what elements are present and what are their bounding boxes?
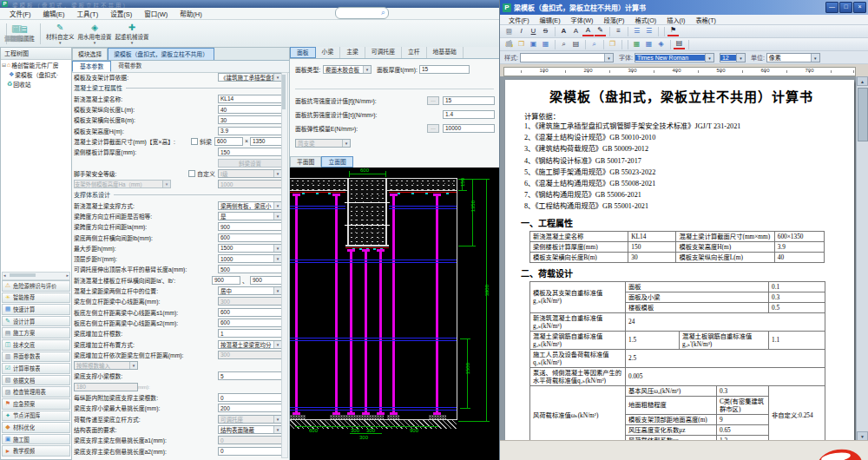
side-button[interactable]: ☑ 计算审核表 [2, 363, 70, 374]
format-toolbar-icon[interactable]: U [528, 26, 539, 36]
doc-menu-item[interactable]: 编辑(E) [535, 16, 566, 24]
format-toolbar-icon[interactable]: ≡ [613, 26, 624, 36]
component-tab[interactable]: 面板 [290, 47, 316, 58]
field-input[interactable]: 1▾ [218, 329, 282, 338]
standard-toolbar-icon[interactable] [688, 40, 689, 49]
doc-vertical-scrollbar[interactable]: ▲ ▼ [856, 76, 868, 441]
param-tab[interactable]: 基本参数 [72, 61, 111, 72]
format-toolbar-icon[interactable]: ☰ [643, 26, 654, 36]
doc-menu-item[interactable]: 插入(I) [661, 16, 690, 24]
field-input[interactable]: 是▾ [218, 212, 282, 220]
format-toolbar-icon[interactable]: ☰ [631, 26, 642, 36]
tree-expander-icon[interactable]: ⊟ [1, 62, 7, 68]
module-tab[interactable]: 梁模板（盘扣式，梁板立柱不共用） [108, 48, 214, 60]
bending-strength-input[interactable]: 15 [443, 96, 495, 105]
standard-toolbar-icon[interactable] [670, 40, 671, 49]
field-input[interactable]: 600▾ [218, 233, 282, 242]
field-input-2[interactable]: 900 [250, 276, 282, 285]
doc-menu-item[interactable]: 表格(T) [690, 16, 721, 24]
field-input[interactable]: 1500▾ [218, 244, 282, 253]
tree-horizontal-scrollbar[interactable]: ◂ ▸ [2, 272, 70, 280]
format-toolbar-icon[interactable]: ⚑ [667, 26, 679, 36]
standard-toolbar-icon[interactable] [585, 40, 586, 49]
side-button[interactable]: ▨ 检查管理用表 [2, 386, 70, 398]
scroll-left-icon[interactable]: ◂ [3, 273, 6, 279]
side-button[interactable]: ⚠ 危险源辨识与评价 [2, 280, 70, 292]
field-input[interactable]: 600▾ [214, 137, 243, 146]
toolbar-button[interactable]: ✎ 材料自定义 ▾ [46, 23, 75, 44]
format-toolbar-icon[interactable] [609, 27, 610, 36]
field-input[interactable]: 可调托座▾ [218, 415, 282, 424]
standard-toolbar-icon[interactable] [603, 40, 604, 49]
menu-item[interactable]: 窗口(W) [138, 9, 174, 18]
side-button[interactable]: ▥ 界面参数表 [2, 352, 70, 363]
field-checkbox[interactable]: 自定义 [188, 169, 215, 178]
doc-menu-item[interactable]: 段落(P) [598, 16, 629, 24]
side-button[interactable]: ✎ 设计计算 [2, 316, 70, 327]
font-size-select[interactable]: 12▾ [720, 53, 746, 62]
panel-type-select[interactable]: 覆面木胶合板▾ [323, 65, 372, 74]
toolbar-button[interactable]: ❏ 调取默认值 [4, 24, 33, 43]
menu-item[interactable]: 帮助(H) [174, 9, 207, 18]
standard-toolbar-icon[interactable]: ⌕ [589, 39, 600, 49]
menu-item[interactable]: 设置(S) [104, 9, 138, 18]
scrollbar-thumb[interactable] [282, 75, 286, 109]
standard-toolbar-icon[interactable]: ◈ [655, 39, 667, 49]
standard-toolbar-icon[interactable]: ▦ [540, 39, 551, 49]
side-button[interactable]: ▤ 施工方案 [2, 327, 70, 338]
standard-toolbar-icon[interactable]: ▦ [631, 39, 642, 49]
side-button[interactable]: ► 教学视频 [2, 445, 70, 457]
standard-toolbar-icon[interactable]: □ [503, 39, 515, 49]
panel-thickness-input[interactable]: 15 [419, 65, 470, 74]
field-input[interactable]: 180▾ [74, 383, 138, 391]
module-tab[interactable]: 模块选择 [72, 48, 108, 60]
toolbar-button[interactable]: ◈ 用水用电设置 ▾ [78, 23, 112, 44]
field-input[interactable]: 300▾ [218, 351, 282, 359]
search-input[interactable]: ⌕ [335, 7, 389, 19]
field-input[interactable]: 300▾ [218, 297, 282, 306]
cad-elevation-view[interactable]: 600 150 1350 3900 1500 600 300 300 900 3… [290, 168, 499, 460]
field-input[interactable]: 按照根数输入▾ [74, 361, 138, 370]
side-button[interactable]: ⚑ 应急预案 [2, 398, 70, 410]
standard-toolbar-icon[interactable]: ❐ [607, 39, 618, 49]
scroll-right-icon[interactable]: ▸ [66, 273, 69, 279]
field-input[interactable]: 0▾ [218, 447, 282, 456]
format-toolbar-icon[interactable] [664, 27, 665, 36]
font-select[interactable]: Times New Roman▾ [635, 53, 714, 62]
doc-menu-item[interactable]: 字体(W) [566, 16, 599, 24]
field-label-select[interactable]: 支架外侧模板高度Ha（mm）▾ [74, 180, 171, 188]
menu-item[interactable]: 编辑(E) [37, 9, 71, 18]
component-tab[interactable]: 可调托座 [365, 47, 402, 58]
elastic-modulus-input[interactable]: 10000 [443, 124, 495, 133]
field-input[interactable]: 900▾ [212, 276, 240, 285]
component-tab[interactable]: 立杆 [402, 47, 427, 58]
format-toolbar-icon[interactable] [555, 27, 556, 36]
field-input-2[interactable]: 1350 [250, 137, 282, 146]
field-input[interactable]: 按混凝土梁梁宽均分▾ [218, 340, 282, 349]
field-input[interactable]: 150▾ [218, 148, 282, 156]
scroll-up-icon[interactable]: ▲ [857, 76, 868, 86]
field-input[interactable]: 900▾ [218, 222, 282, 231]
standard-toolbar-icon[interactable]: ⌕ [558, 39, 569, 49]
field-input[interactable]: 结构表面隐蔽▾ [218, 425, 282, 434]
more-button[interactable]: … [427, 96, 439, 105]
form-vertical-scrollbar[interactable] [281, 72, 288, 458]
format-toolbar-icon[interactable] [628, 27, 628, 36]
field-input[interactable]: 梁两侧有板，梁底小▾ [218, 201, 282, 210]
side-button[interactable]: ◆ 材料优化 [2, 422, 70, 433]
component-tab[interactable]: 小梁 [316, 47, 341, 58]
side-button[interactable]: ▧ 依据文档 [2, 375, 70, 386]
component-tab[interactable]: 主梁 [340, 47, 365, 58]
standard-toolbar-icon[interactable] [621, 40, 622, 49]
standard-toolbar-icon[interactable]: ▤ [674, 39, 685, 49]
format-toolbar-icon[interactable]: I [516, 26, 527, 36]
field-input[interactable]: 5▾ [218, 371, 282, 380]
menu-item[interactable]: 工具(T) [71, 9, 105, 18]
field-input[interactable]: Ⅰ级▾ [218, 169, 282, 178]
field-input[interactable]: 40▾ [218, 105, 282, 114]
field-input[interactable]: 居中▾ [218, 286, 282, 295]
tree-item[interactable]: ⊟ ⌂ 格创智能元件厂房 [1, 60, 71, 69]
field-input[interactable]: 30▾ [218, 115, 282, 124]
style-select[interactable]: ▾ [520, 53, 614, 62]
tree-item[interactable]: ♻ 回收站 [1, 79, 71, 89]
